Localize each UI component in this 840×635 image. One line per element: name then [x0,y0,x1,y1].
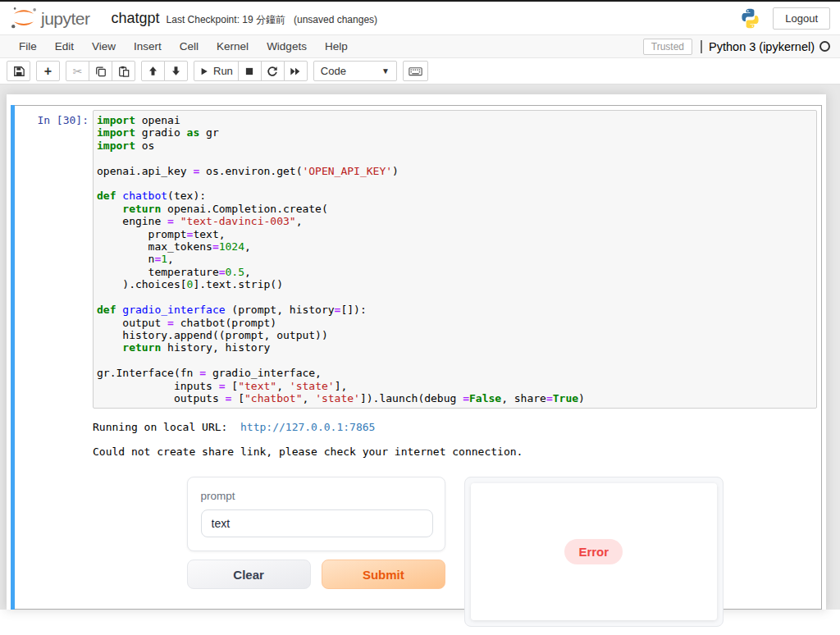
plus-icon: + [44,65,52,78]
local-url-link[interactable]: http://127.0.0.1:7865 [240,421,375,433]
menu-file[interactable]: File [10,35,46,57]
output-area: Running on local URL: http://127.0.0.1:7… [93,413,817,627]
keyboard-icon [409,66,422,77]
restart-run-all-button[interactable] [284,61,308,81]
selected-cell-indicator [11,105,15,610]
kernel-indicator: Python 3 (ipykernel) [701,40,830,53]
cell-output-row: Running on local URL: http://127.0.0.1:7… [11,413,817,627]
paste-icon [118,66,130,77]
jupyter-logo[interactable]: jupyter [10,6,90,30]
trusted-badge: Trusted [643,39,692,55]
menu-widgets[interactable]: Widgets [258,35,316,57]
notebook-area: In [30]: import openaiimport gradio as g… [0,85,840,610]
restart-kernel-button[interactable] [261,61,285,81]
logout-button[interactable]: Logout [773,7,830,30]
chevron-down-icon: ▼ [381,66,390,75]
move-cell-up-button[interactable] [141,61,165,81]
restart-icon [267,66,278,77]
cell-input-row: In [30]: import openaiimport gradio as g… [11,110,817,409]
run-button-label: Run [213,65,233,77]
insert-cell-button[interactable]: + [36,61,60,81]
cell-type-value: Code [321,65,346,77]
kernel-idle-icon [819,41,830,52]
gradio-app: prompt Clear Submit Error [187,477,724,627]
submit-button[interactable]: Submit [322,560,445,589]
python-logo-icon [739,7,761,30]
toolbar: + ✂ [0,58,840,85]
stdout-line-url: Running on local URL: http://127.0.0.1:7… [93,420,817,434]
copy-icon [95,66,107,77]
clear-button[interactable]: Clear [187,560,311,589]
save-button[interactable] [7,61,30,81]
jupyter-logo-word: jupyter [41,10,90,30]
gradio-prompt-label: prompt [201,490,434,502]
run-cell-button[interactable]: Run [194,61,239,81]
notebook-container: In [30]: import openaiimport gradio as g… [7,94,826,610]
gradio-input-column: prompt Clear Submit [187,477,446,627]
gradio-prompt-card: prompt [187,477,446,551]
menu-kernel[interactable]: Kernel [208,35,258,57]
cut-cell-button[interactable]: ✂ [66,61,89,81]
scissors-icon: ✂ [73,66,83,77]
fast-forward-icon [290,66,301,77]
header-right: Logout [739,7,830,30]
gradio-output-card: Error [471,483,717,620]
kernel-name: Python 3 (ipykernel) [709,40,815,53]
jupyter-logo-icon [10,6,38,30]
menu-edit[interactable]: Edit [46,35,83,57]
interrupt-kernel-button[interactable] [238,61,262,81]
error-badge: Error [564,539,623,564]
arrow-up-icon [148,66,158,76]
gradio-output-column: Error [464,477,724,627]
copy-cell-button[interactable] [89,61,112,81]
checkpoint-status: Last Checkpoint: 19 分鐘前 [167,13,285,27]
gradio-prompt-input[interactable] [201,509,434,537]
gradio-output-panel: Error [464,477,724,627]
cell-type-select[interactable]: Code ▼ [313,61,397,81]
stop-icon [244,66,254,76]
paste-cell-button[interactable] [112,61,135,81]
code-cell[interactable]: In [30]: import openaiimport gradio as g… [11,105,822,610]
menu-insert[interactable]: Insert [125,35,171,57]
play-icon [199,66,209,76]
menu-view[interactable]: View [83,35,125,57]
save-icon [13,66,25,77]
code-content: import openaiimport gradio as grimport o… [97,114,813,404]
command-palette-button[interactable] [403,61,428,81]
notebook-header: jupyter chatgpt Last Checkpoint: 19 分鐘前 … [0,2,840,34]
notebook-title-group: chatgpt Last Checkpoint: 19 分鐘前 (unsaved… [112,10,378,27]
input-prompt: In [30]: [11,110,93,126]
autosave-status: (unsaved changes) [294,14,377,25]
code-editor[interactable]: import openaiimport gradio as grimport o… [93,110,817,409]
notebook-name[interactable]: chatgpt [112,10,160,27]
move-cell-down-button[interactable] [164,61,188,81]
menubar-right: Trusted Python 3 (ipykernel) [643,39,830,55]
menubar: File Edit View Insert Cell Kernel Widget… [0,34,840,58]
stdout-line-share: Could not create share link, please chec… [93,445,817,459]
menu-cell[interactable]: Cell [171,35,208,57]
menu-help[interactable]: Help [316,35,357,57]
gradio-button-row: Clear Submit [187,560,446,589]
arrow-down-icon [171,66,181,76]
output-prompt-spacer [11,413,93,627]
stdout-url-prefix: Running on local URL: [93,421,240,433]
